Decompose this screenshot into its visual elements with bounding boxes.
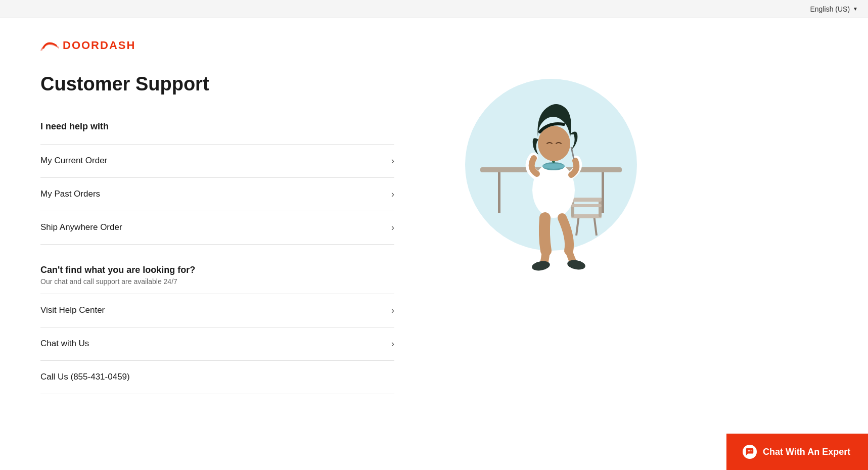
svg-rect-2 — [602, 172, 604, 213]
chat-icon — [745, 447, 754, 456]
svg-line-11 — [571, 147, 574, 159]
svg-rect-8 — [571, 198, 602, 202]
help-section-heading: I need help with — [40, 121, 394, 132]
svg-point-20 — [538, 126, 570, 161]
menu-item-label: Chat with Us — [40, 339, 89, 349]
svg-point-22 — [749, 450, 750, 451]
cant-find-subtitle: Our chat and call support are available … — [40, 277, 394, 286]
menu-item-label: My Past Orders — [40, 189, 100, 199]
svg-rect-1 — [498, 172, 500, 213]
chat-expert-button[interactable]: Chat With An Expert — [726, 434, 868, 470]
right-illustration — [394, 38, 667, 414]
page-title: Customer Support — [40, 73, 394, 96]
doordash-logo[interactable]: DOORDASH — [40, 38, 394, 53]
menu-item-ship-anywhere[interactable]: Ship Anywhere Order › — [40, 211, 394, 245]
menu-item-label: Ship Anywhere Order — [40, 222, 122, 232]
chat-bubble-icon — [743, 445, 757, 459]
svg-point-21 — [748, 450, 749, 451]
menu-item-label: My Current Order — [40, 156, 107, 166]
main-container: DOORDASH Customer Support I need help wi… — [0, 18, 708, 435]
svg-point-10 — [532, 162, 575, 218]
cant-find-title: Can't find what you are looking for? — [40, 265, 394, 275]
menu-item-label: Visit Help Center — [40, 305, 105, 315]
svg-rect-9 — [571, 204, 602, 207]
logo-text: DOORDASH — [63, 39, 135, 52]
menu-item-label: Call Us (855-431-0459) — [40, 372, 130, 382]
support-menu-list: Visit Help Center › Chat with Us › Call … — [40, 294, 394, 394]
illustration-wrapper — [445, 69, 657, 281]
person-illustration — [470, 69, 632, 271]
svg-rect-5 — [571, 214, 602, 218]
chat-expert-label: Chat With An Expert — [763, 447, 850, 457]
left-content: DOORDASH Customer Support I need help wi… — [40, 38, 394, 414]
svg-point-13 — [542, 164, 565, 169]
cant-find-section: Can't find what you are looking for? Our… — [40, 265, 394, 394]
language-selector[interactable]: English (US) ▼ — [810, 5, 858, 13]
menu-item-past-orders[interactable]: My Past Orders › — [40, 178, 394, 211]
help-section: I need help with My Current Order › My P… — [40, 121, 394, 245]
menu-item-chat-with-us[interactable]: Chat with Us › — [40, 327, 394, 361]
chevron-down-icon: ▼ — [853, 6, 858, 12]
help-menu-list: My Current Order › My Past Orders › Ship… — [40, 144, 394, 245]
language-label: English (US) — [810, 5, 850, 13]
menu-item-call-us[interactable]: Call Us (855-431-0459) › — [40, 361, 394, 394]
top-bar: English (US) ▼ — [0, 0, 868, 18]
menu-item-help-center[interactable]: Visit Help Center › — [40, 294, 394, 327]
svg-point-23 — [751, 450, 752, 451]
doordash-icon — [40, 38, 59, 53]
menu-item-current-order[interactable]: My Current Order › — [40, 145, 394, 178]
